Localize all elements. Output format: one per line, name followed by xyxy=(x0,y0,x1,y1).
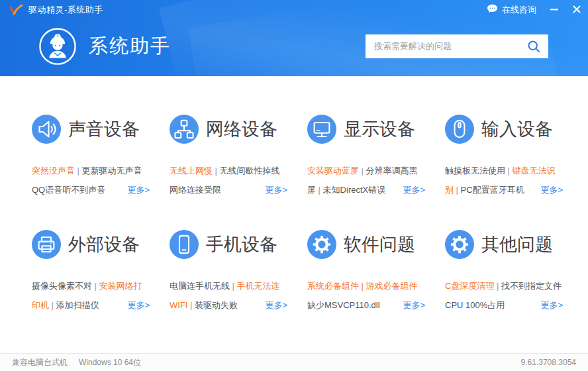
issue-link[interactable]: 系统必备组件 xyxy=(307,281,359,291)
category-header[interactable]: 外部设备 xyxy=(32,229,150,260)
minimize-icon xyxy=(550,4,558,16)
issue-link[interactable]: 缺少MSVCP110.dll xyxy=(307,300,380,310)
category-title: 显示设备 xyxy=(344,117,415,141)
compat-label: 兼容电脑台式机 xyxy=(12,357,68,368)
issue-link[interactable]: 装驱动失败 xyxy=(195,300,238,310)
separator: | xyxy=(359,166,366,176)
issue-link[interactable]: 屏 xyxy=(307,185,316,195)
search-icon[interactable] xyxy=(526,38,542,54)
issue-links-line1: 触摸板无法使用 | 键盘无法识 xyxy=(445,161,563,180)
issue-link[interactable]: CPU 100%占用 xyxy=(445,300,505,310)
chat-bubble-icon xyxy=(487,4,498,16)
category-header[interactable]: 网络设备 xyxy=(170,113,287,145)
issue-link[interactable]: 突然没声音 xyxy=(32,166,75,176)
issue-link[interactable]: 游戏必备组件 xyxy=(366,281,418,291)
issue-links-line1: 突然没声音 | 更新驱动无声音 xyxy=(32,161,150,180)
issue-links-line1: 安装驱动蓝屏 | 分辨率调高黑 xyxy=(307,161,425,180)
issue-link[interactable]: 无线间歇性掉线 xyxy=(220,166,280,176)
issue-link[interactable]: 安装驱动蓝屏 xyxy=(307,166,359,176)
category-card: 外部设备 摄像头像素不对 | 安装网络打 印机 | 添加扫描仪 更多> xyxy=(32,229,150,315)
more-link[interactable]: 更多> xyxy=(540,295,563,315)
issue-link[interactable]: 摄像头像素不对 xyxy=(32,281,92,291)
separator: | xyxy=(187,300,195,310)
category-title: 网络设备 xyxy=(206,117,277,141)
printer-icon xyxy=(32,230,61,259)
category-title: 其他问题 xyxy=(481,233,553,256)
issue-links-line2: 缺少MSVCP110.dll xyxy=(307,295,380,315)
issue-links-line2: 屏 | 未知DirectX错误 xyxy=(307,180,385,199)
issue-links-line2: 网络连接受限 xyxy=(170,180,221,199)
issue-links-line2: 别 | PC配置蓝牙耳机 xyxy=(445,180,524,199)
more-link[interactable]: 更多> xyxy=(127,180,150,199)
issue-link[interactable]: WIFI xyxy=(170,300,187,310)
issue-link[interactable]: 未知DirectX错误 xyxy=(323,185,386,195)
titlebar-controls: 在线咨询 xyxy=(480,0,588,20)
category-header[interactable]: 软件问题 xyxy=(307,229,425,260)
version-label: 9.61.3708.3054 xyxy=(521,358,576,367)
issue-link[interactable]: PC配置蓝牙耳机 xyxy=(461,185,524,195)
more-link[interactable]: 更多> xyxy=(403,295,425,315)
category-card: 软件问题 系统必备组件 | 游戏必备组件 缺少MSVCP110.dll 更多> xyxy=(307,229,425,315)
category-card: 输入设备 触摸板无法使用 | 键盘无法识 别 | PC配置蓝牙耳机 更多> xyxy=(445,113,563,199)
network-icon xyxy=(170,115,199,144)
separator: | xyxy=(92,281,99,291)
issue-link[interactable]: 分辨率调高黑 xyxy=(366,166,418,176)
category-header[interactable]: 手机设备 xyxy=(170,229,287,260)
monitor-icon xyxy=(307,115,336,144)
separator: | xyxy=(75,166,82,176)
category-links: 触摸板无法使用 | 键盘无法识 别 | PC配置蓝牙耳机 更多> xyxy=(445,161,563,199)
category-header[interactable]: 其他问题 xyxy=(445,229,563,260)
system-info: 兼容电脑台式机 Windows 10 64位 xyxy=(12,357,141,368)
more-link[interactable]: 更多> xyxy=(127,295,150,315)
search-input[interactable] xyxy=(374,41,526,51)
more-link[interactable]: 更多> xyxy=(265,180,287,199)
minimize-button[interactable] xyxy=(543,0,565,20)
issue-link[interactable]: 电脑连手机无线 xyxy=(170,281,230,291)
issue-links-line2: WIFI | 装驱动失败 xyxy=(170,295,238,315)
category-links: 安装驱动蓝屏 | 分辨率调高黑 屏 | 未知DirectX错误 更多> xyxy=(307,161,425,199)
more-link[interactable]: 更多> xyxy=(403,180,425,199)
category-card: 其他问题 C盘深度清理 | 找不到指定文件 CPU 100%占用 更多> xyxy=(445,229,563,315)
issue-link[interactable]: 别 xyxy=(445,185,454,195)
separator: | xyxy=(230,281,237,291)
separator: | xyxy=(454,185,461,195)
issue-link[interactable]: QQ语音听不到声音 xyxy=(32,185,105,195)
category-card: 手机设备 电脑连手机无线 | 手机无法连 WIFI | 装驱动失败 更多> xyxy=(170,229,287,315)
titlebar: 驱动精灵-系统助手 在线咨询 xyxy=(0,0,588,20)
category-header[interactable]: 显示设备 xyxy=(307,113,425,145)
issue-links-line1: 无线上网慢 | 无线间歇性掉线 xyxy=(170,161,287,180)
mouse-icon xyxy=(445,115,474,144)
issue-links-line1: 系统必备组件 | 游戏必备组件 xyxy=(307,276,425,295)
online-support-button[interactable]: 在线咨询 xyxy=(480,0,543,20)
issue-link[interactable]: 添加扫描仪 xyxy=(56,300,99,310)
category-header[interactable]: 输入设备 xyxy=(445,113,563,145)
issue-links-line1: 摄像头像素不对 | 安装网络打 xyxy=(32,276,150,295)
separator: | xyxy=(316,185,323,195)
more-link[interactable]: 更多> xyxy=(540,180,563,199)
issue-link[interactable]: 无线上网慢 xyxy=(170,166,213,176)
online-support-label: 在线咨询 xyxy=(502,4,536,16)
issue-link[interactable]: 触摸板无法使用 xyxy=(445,166,505,176)
category-title: 外部设备 xyxy=(68,233,140,256)
issue-link[interactable]: 键盘无法识 xyxy=(513,166,556,176)
gear-icon xyxy=(445,230,474,259)
category-links: 摄像头像素不对 | 安装网络打 印机 | 添加扫描仪 更多> xyxy=(32,276,150,315)
issue-link[interactable]: C盘深度清理 xyxy=(445,281,494,291)
category-links: 突然没声音 | 更新驱动无声音 QQ语音听不到声音 更多> xyxy=(32,161,150,199)
speaker-icon xyxy=(32,115,61,144)
window-title: 驱动精灵-系统助手 xyxy=(28,4,103,16)
phone-icon xyxy=(170,230,199,259)
issue-link[interactable]: 网络连接受限 xyxy=(170,185,221,195)
close-button[interactable] xyxy=(565,0,588,20)
issue-link[interactable]: 更新驱动无声音 xyxy=(82,166,142,176)
close-icon xyxy=(573,4,581,16)
category-header[interactable]: 声音设备 xyxy=(32,113,150,145)
issue-link[interactable]: 手机无法连 xyxy=(237,281,280,291)
issue-link[interactable]: 找不到指定文件 xyxy=(501,281,562,291)
separator: | xyxy=(49,300,56,310)
issue-link[interactable]: 安装网络打 xyxy=(99,281,142,291)
more-link[interactable]: 更多> xyxy=(265,295,287,315)
status-bar: 兼容电脑台式机 Windows 10 64位 9.61.3708.3054 xyxy=(0,353,588,371)
issue-link[interactable]: 印机 xyxy=(32,300,49,310)
main-content: 声音设备 突然没声音 | 更新驱动无声音 QQ语音听不到声音 更多> 网络设备 … xyxy=(0,76,588,353)
